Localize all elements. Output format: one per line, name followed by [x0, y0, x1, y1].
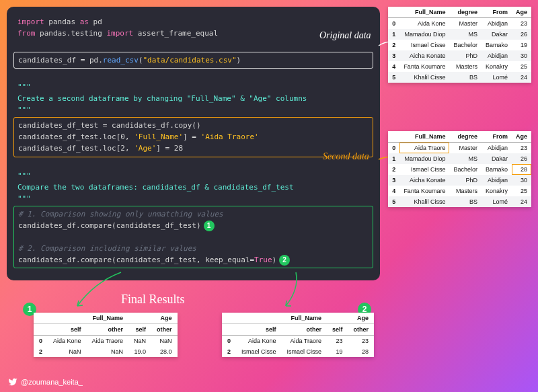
table-row: 0Aida TraoreMasterAbidjan23: [388, 143, 531, 154]
table-row: 0Aida KoneAida Traore2323: [222, 336, 374, 347]
twitter-handle: @zoumana_keita_: [8, 377, 83, 387]
table-row: 3Aicha KonatePhDAbidjan30: [388, 175, 531, 186]
table-row: 2Ismael CisseIsmael Cisse1928: [222, 346, 374, 357]
label-final-results: Final Results: [121, 292, 185, 307]
table-second: Full_NamedegreeFromAge 0Aida TraoreMaste…: [388, 131, 531, 207]
table-row: 3Aicha KonatePhDAbidjan30: [388, 50, 531, 61]
table-row: 1Mamadou DiopMSDakar26: [388, 153, 531, 164]
badge-2-icon: 2: [279, 255, 290, 266]
table-row: 2Ismael CisseBachelorBamako28: [388, 164, 531, 175]
table-original: Full_NamedegreeFromAge 0Aida KoneMasterA…: [388, 7, 531, 83]
table-row: 0Aida KoneAida TraoreNaNNaN: [34, 336, 178, 347]
twitter-handle-text: @zoumana_keita_: [21, 378, 83, 386]
code-line: import pandas as pd: [17, 16, 369, 28]
table-row: 4Fanta KoumareMastersKonakry25: [388, 186, 531, 196]
table-row: 5Khalil CisseBSLomé24: [388, 196, 531, 207]
table-result-1: Full_NameAge selfotherselfother 0Aida Ko…: [34, 313, 178, 357]
label-second-data: Second data: [323, 151, 369, 162]
label-original-data: Original data: [319, 30, 371, 41]
table-result-2: Full_NameAge selfotherselfother 0Aida Ko…: [222, 313, 374, 357]
code-box-compare: # 1. Comparison showing only unmatching …: [13, 206, 373, 268]
twitter-icon: [8, 377, 17, 387]
table-row: 1Mamadou DiopMSDakar26: [388, 29, 531, 40]
code-editor: import pandas as pd from pandas.testing …: [7, 7, 380, 280]
table-row: 0Aida KoneMasterAbidjan23: [388, 18, 531, 30]
table-row: 5Khalil CisseBSLomé24: [388, 72, 531, 83]
code-box-readcsv: candidates_df = pd.read_csv("data/candid…: [13, 52, 373, 69]
code-line: from pandas.testing import assert_frame_…: [17, 28, 369, 39]
badge-1-icon: 1: [204, 221, 215, 231]
table-row: 2NaNNaN19.028.0: [34, 346, 178, 357]
table-row: 2Ismael CisseBachelorBamako19: [388, 40, 531, 50]
table-row: 4Fanta KoumareMastersKonakry25: [388, 61, 531, 72]
code-box-copy: candidates_df_test = candidates_df.copy(…: [13, 117, 373, 157]
